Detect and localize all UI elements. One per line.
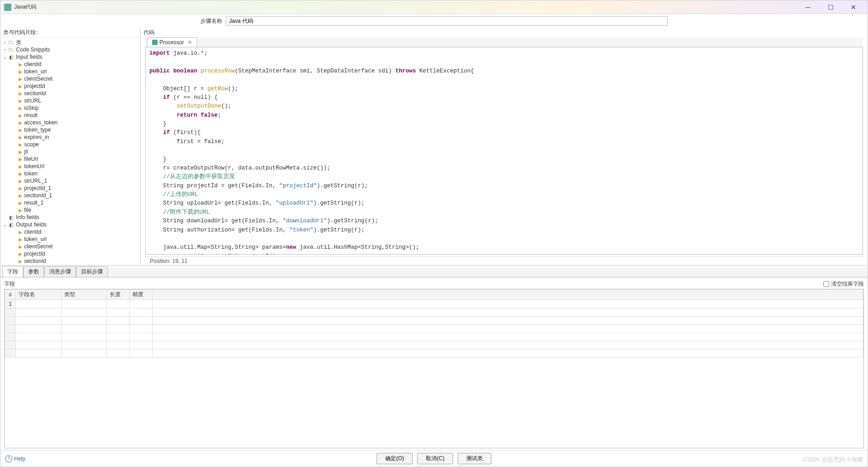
grid-cell[interactable] (16, 300, 61, 308)
tree-leaf-clientId[interactable]: ▶clientId (0, 228, 140, 236)
tree-leaf-clientSecret[interactable]: ▶clientSecret (0, 75, 140, 82)
grid-col-4[interactable]: 精度 (130, 290, 153, 300)
field-arrow-icon: ▶ (19, 149, 22, 154)
tab-processor[interactable]: Processor ✕ (147, 37, 197, 47)
cancel-button[interactable]: 取消(C) (417, 453, 453, 464)
grid-col-1[interactable]: 字段名 (16, 290, 61, 300)
tree-leaf-jti[interactable]: ▶jti (0, 148, 140, 155)
table-row[interactable]: 1 (5, 300, 863, 308)
processor-icon (152, 40, 158, 45)
field-arrow-icon: ▶ (19, 113, 22, 118)
grid-col-2[interactable]: 类型 (61, 290, 107, 300)
fields-grid[interactable]: #字段名类型长度精度1 (4, 289, 864, 448)
tree-leaf-label: clientId (24, 61, 41, 67)
tree-leaf-result_1[interactable]: ▶result_1 (0, 199, 140, 206)
bottom-tab-2[interactable]: 消息步骤 (44, 266, 76, 277)
tree-leaf-label: sectionId (24, 90, 46, 97)
tree-leaf-label: expires_in (24, 134, 49, 140)
tree-node-code-snippits[interactable]: ›🗀Code Snippits (0, 46, 140, 53)
tree-node-input-fields[interactable]: ⌄◧Input fields (0, 53, 140, 61)
maximize-button[interactable]: ☐ (820, 1, 841, 14)
tree[interactable]: ›🗀类›🗀Code Snippits⌄◧Input fields▶clientI… (0, 38, 140, 265)
folder-icon: 🗀 (8, 46, 14, 53)
help-icon: ? (5, 455, 12, 462)
left-header: 类与代码片段: (0, 28, 140, 38)
tree-leaf-sectionId[interactable]: ▶sectionId (0, 90, 140, 97)
tree-leaf-tokenUrl[interactable]: ▶tokenUrl (0, 163, 140, 170)
tree-leaf-sectionId[interactable]: ▶sectionId (0, 257, 140, 265)
tree-leaf-isSkip[interactable]: ▶isSkip (0, 104, 140, 112)
tree-leaf-token_type[interactable]: ▶token_type (0, 126, 140, 133)
table-row[interactable] (5, 325, 863, 333)
tree-leaf-projectId[interactable]: ▶projectId (0, 250, 140, 257)
tree-leaf-label: isSkip (24, 105, 39, 111)
tree-label: Info fields (16, 214, 39, 221)
field-arrow-icon: ▶ (19, 259, 22, 264)
watermark: CSDN @拾荒的小海螺 (803, 456, 863, 464)
folder-icon: 🗀 (8, 39, 14, 46)
tree-leaf-expires_in[interactable]: ▶expires_in (0, 133, 140, 141)
table-row[interactable] (5, 308, 863, 317)
bottom-tab-0[interactable]: 字段 (2, 266, 23, 277)
tree-leaf-strURL_1[interactable]: ▶strURL_1 (0, 177, 140, 185)
tree-leaf-token[interactable]: ▶token (0, 170, 140, 177)
clear-checkbox-input[interactable] (823, 281, 829, 287)
tree-leaf-fileUrl[interactable]: ▶fileUrl (0, 155, 140, 163)
grid-cell[interactable]: 1 (5, 300, 16, 308)
table-row[interactable] (5, 333, 863, 341)
table-row[interactable] (5, 349, 863, 358)
cursor-position: Position: 19, 11 (145, 257, 863, 265)
fields-label: 字段 (4, 280, 15, 288)
tree-leaf-scope[interactable]: ▶scope (0, 141, 140, 148)
tree-leaf-sectionId_1[interactable]: ▶sectionId_1 (0, 192, 140, 199)
tree-leaf-token_url[interactable]: ▶token_url (0, 68, 140, 75)
grid-col-0[interactable]: # (5, 290, 16, 300)
grid-cell[interactable] (107, 300, 130, 308)
grid-cell[interactable] (130, 300, 153, 308)
grid-col-3[interactable]: 长度 (107, 290, 130, 300)
tree-leaf-clientId[interactable]: ▶clientId (0, 61, 140, 68)
table-row[interactable] (5, 341, 863, 349)
step-name-row: 步骤名称 (0, 14, 868, 28)
tree-label: Output fields (16, 221, 46, 228)
tree-leaf-label: strURL (24, 98, 41, 104)
bottom-tab-3[interactable]: 目标步骤 (76, 266, 108, 277)
tree-leaf-clientSecret[interactable]: ▶clientSecret (0, 243, 140, 250)
tab-close-icon[interactable]: ✕ (188, 39, 192, 46)
bottom-tab-1[interactable]: 参数 (23, 266, 44, 277)
tree-leaf-projectId_1[interactable]: ▶projectId_1 (0, 185, 140, 192)
close-button[interactable]: ✕ (843, 1, 864, 14)
caret-icon: ⌄ (2, 55, 8, 60)
field-arrow-icon: ▶ (19, 84, 22, 89)
fields-icon: ◧ (8, 54, 14, 60)
tree-leaf-token_url[interactable]: ▶token_url (0, 236, 140, 243)
tree-node-info-fields[interactable]: ◧Info fields (0, 214, 140, 221)
field-arrow-icon: ▶ (19, 171, 22, 176)
tree-leaf-strURL[interactable]: ▶strURL (0, 97, 140, 104)
help-link[interactable]: ? Help (5, 455, 26, 462)
table-row[interactable] (5, 317, 863, 325)
window-title: Java代码 (14, 3, 797, 11)
tree-leaf-label: clientSecret (24, 243, 53, 250)
help-label: Help (14, 456, 26, 462)
tree-leaf-strURL[interactable]: ▶strURL (0, 265, 140, 265)
test-button[interactable]: 测试类 (458, 453, 491, 464)
clear-fields-checkbox[interactable]: 清空结果字段 (823, 280, 864, 288)
titlebar: Java代码 ─ ☐ ✕ (0, 0, 868, 14)
code-editor[interactable]: import java.io.*; public boolean process… (145, 47, 863, 255)
field-arrow-icon: ▶ (19, 251, 22, 257)
tree-leaf-projectId[interactable]: ▶projectId (0, 82, 140, 90)
ok-button[interactable]: 确定(O) (377, 453, 413, 464)
field-arrow-icon: ▶ (19, 193, 22, 198)
step-name-input[interactable] (226, 16, 668, 26)
tree-node-output-fields[interactable]: ⌄◧Output fields (0, 221, 140, 228)
tree-label: Input fields (16, 54, 42, 60)
tree-node-类[interactable]: ›🗀类 (0, 39, 140, 46)
grid-cell[interactable] (61, 300, 107, 308)
tree-leaf-result[interactable]: ▶result (0, 112, 140, 119)
tree-leaf-access_token[interactable]: ▶access_token (0, 119, 140, 126)
field-arrow-icon: ▶ (19, 106, 22, 111)
minimize-button[interactable]: ─ (797, 1, 818, 14)
tree-leaf-file[interactable]: ▶file (0, 206, 140, 214)
field-arrow-icon: ▶ (19, 120, 22, 125)
